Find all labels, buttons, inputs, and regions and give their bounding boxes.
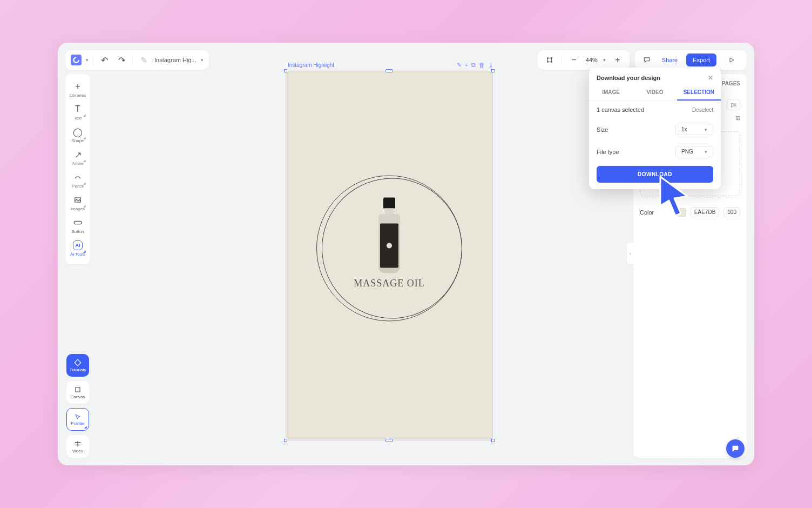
comment-icon[interactable] bbox=[640, 54, 653, 66]
button-tool[interactable]: Button bbox=[65, 215, 90, 237]
zoom-value[interactable]: 44% bbox=[586, 57, 598, 63]
filetype-select[interactable]: PNG ▾ bbox=[675, 146, 713, 157]
color-hex-input[interactable]: EAE7DB bbox=[691, 207, 719, 217]
selection-handle[interactable] bbox=[284, 69, 287, 72]
canvas-container: Instagram Highlight ✎ + ⧉ 🗑 ⭳ bbox=[286, 59, 496, 440]
edit-icon[interactable]: ✎ bbox=[457, 62, 462, 69]
document-name[interactable]: Instagram Hig... bbox=[154, 57, 197, 63]
app-logo[interactable] bbox=[71, 55, 82, 65]
ai-tools-tool[interactable]: AI Ai Tools ◢ bbox=[65, 237, 90, 260]
svg-rect-7 bbox=[74, 221, 81, 224]
color-label: Color bbox=[640, 209, 654, 216]
chevron-down-icon: ▾ bbox=[705, 127, 707, 132]
redo-button[interactable]: ↷ bbox=[115, 54, 128, 66]
selection-handle[interactable] bbox=[385, 69, 393, 72]
selection-handle[interactable] bbox=[491, 439, 495, 442]
color-alpha-input[interactable]: 100 bbox=[723, 207, 740, 217]
text-icon: T bbox=[73, 104, 83, 114]
chevron-down-icon[interactable]: ▾ bbox=[86, 57, 89, 63]
size-select[interactable]: 1x ▾ bbox=[675, 124, 713, 135]
app-frame: ▾ ↶ ↷ ✎ Instagram Hig... ▾ − 44% ▾ + Sha… bbox=[58, 43, 754, 465]
deselect-link[interactable]: Deselect bbox=[692, 107, 713, 113]
svg-rect-8 bbox=[76, 387, 80, 391]
close-icon[interactable]: ✕ bbox=[708, 74, 713, 82]
chevron-down-icon: ▾ bbox=[705, 149, 707, 155]
pencil-tool[interactable]: Pencil ◢ bbox=[65, 169, 90, 192]
share-button[interactable]: Share bbox=[659, 55, 681, 65]
tab-image[interactable]: IMAGE bbox=[589, 85, 633, 101]
left-bottom-bar: Tutorials Canvas Pointer ◢ Video bbox=[65, 354, 90, 458]
filetype-label: File type bbox=[597, 149, 619, 155]
button-icon bbox=[73, 218, 83, 228]
design-canvas[interactable]: MASSAGE OIL bbox=[286, 71, 493, 440]
bottle-image bbox=[378, 197, 401, 273]
popover-title: Download your design bbox=[597, 75, 660, 81]
size-label: Size bbox=[597, 126, 608, 133]
images-tool[interactable]: Images ◢ bbox=[65, 192, 90, 215]
zoom-chevron-icon[interactable]: ▾ bbox=[603, 57, 606, 63]
copy-icon[interactable]: ⧉ bbox=[471, 62, 476, 69]
top-left-toolbar: ▾ ↶ ↷ ✎ Instagram Hig... ▾ bbox=[65, 50, 209, 70]
selection-status: 1 canvas selected bbox=[597, 106, 644, 113]
download-icon[interactable]: ⭳ bbox=[488, 62, 494, 69]
export-button[interactable]: Export bbox=[686, 54, 716, 66]
image-icon bbox=[73, 195, 83, 205]
doc-chevron-icon[interactable]: ▾ bbox=[201, 57, 204, 63]
canvas-artwork: MASSAGE OIL bbox=[316, 176, 462, 322]
add-icon[interactable]: + bbox=[465, 62, 468, 69]
zoom-out-button[interactable]: − bbox=[567, 54, 580, 66]
canvas-header-icons: ✎ + ⧉ 🗑 ⭳ bbox=[457, 62, 494, 69]
svg-rect-0 bbox=[547, 58, 551, 62]
chat-widget-button[interactable] bbox=[726, 439, 745, 458]
color-swatch[interactable] bbox=[678, 208, 686, 217]
share-export-pill: Share Export bbox=[635, 50, 747, 70]
canvas-title[interactable]: Instagram Highlight bbox=[288, 62, 334, 68]
text-tool[interactable]: T Text ◢ bbox=[65, 101, 90, 124]
arrow-tool[interactable]: ↗ Arrow ◢ bbox=[65, 146, 90, 169]
selection-handle[interactable] bbox=[491, 69, 495, 72]
tab-selection[interactable]: SELECTION bbox=[677, 85, 721, 101]
top-right-cluster: − 44% ▾ + Share Export bbox=[538, 50, 747, 70]
shape-tool[interactable]: ◯ Shape ◢ bbox=[65, 124, 90, 146]
selection-handle[interactable] bbox=[385, 439, 393, 442]
zoom-pill: − 44% ▾ + bbox=[538, 50, 630, 70]
trash-icon[interactable]: 🗑 bbox=[479, 62, 485, 69]
pencil-icon bbox=[73, 172, 83, 182]
play-button[interactable] bbox=[722, 57, 741, 63]
panel-collapse-tab[interactable]: › bbox=[627, 243, 633, 264]
video-button[interactable]: Video bbox=[66, 435, 89, 458]
selection-handle[interactable] bbox=[284, 439, 287, 442]
left-toolbar: + Libraries T Text ◢ ◯ Shape ◢ ↗ Arrow ◢… bbox=[65, 74, 90, 264]
tab-video[interactable]: VIDEO bbox=[633, 85, 676, 101]
popover-tabs: IMAGE VIDEO SELECTION bbox=[589, 85, 721, 101]
crop-icon[interactable] bbox=[543, 54, 556, 66]
grid-icon[interactable]: ⊞ bbox=[735, 115, 740, 122]
unit-select[interactable]: px bbox=[727, 99, 740, 110]
canvas-button[interactable]: Canvas bbox=[66, 381, 89, 404]
libraries-tool[interactable]: + Libraries bbox=[65, 78, 90, 101]
circle-icon: ◯ bbox=[73, 127, 83, 137]
zoom-in-button[interactable]: + bbox=[611, 54, 624, 66]
download-button[interactable]: DOWNLOAD bbox=[597, 166, 713, 183]
arrow-icon: ↗ bbox=[73, 150, 83, 159]
doc-icon: ✎ bbox=[137, 54, 150, 66]
undo-button[interactable]: ↶ bbox=[98, 54, 111, 66]
pointer-button[interactable]: Pointer ◢ bbox=[66, 408, 89, 431]
download-popover: Download your design ✕ IMAGE VIDEO SELEC… bbox=[589, 68, 721, 189]
svg-marker-5 bbox=[730, 58, 734, 62]
tutorials-button[interactable]: Tutorials bbox=[66, 354, 89, 377]
color-row: Color EAE7DB 100 bbox=[633, 202, 747, 223]
ai-icon: AI bbox=[73, 240, 83, 250]
plus-icon: + bbox=[73, 82, 83, 91]
